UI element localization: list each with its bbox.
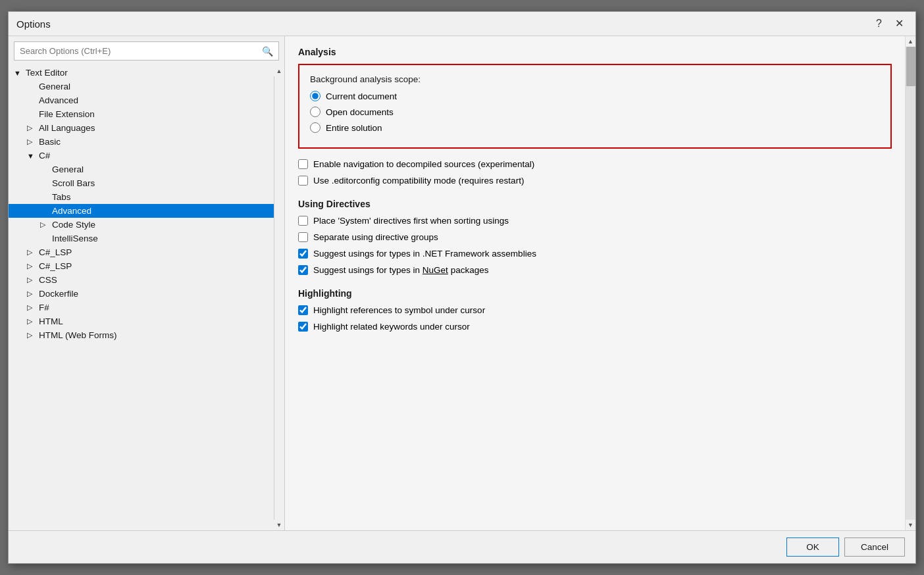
tree-label-advanced: Advanced bbox=[52, 206, 91, 216]
tree-item-tabs[interactable]: Tabs bbox=[9, 190, 274, 204]
tree-label-code-style: Code Style bbox=[52, 220, 95, 230]
tree-item-csharp-general[interactable]: General bbox=[9, 162, 274, 176]
tree-scroll-wrap: ▼Text EditorGeneralAdvancedFile Extensio… bbox=[9, 66, 284, 530]
checkbox-editorconfig[interactable]: Use .editorconfig compatibility mode (re… bbox=[298, 176, 892, 186]
tree-label-css: CSS bbox=[39, 275, 57, 285]
tree-label-advanced-te: Advanced bbox=[39, 95, 78, 105]
checkbox-suggest-net[interactable]: Suggest usings for types in .NET Framewo… bbox=[298, 249, 892, 259]
highlight-keywords-input[interactable] bbox=[298, 322, 308, 332]
search-box[interactable]: 🔍 bbox=[14, 41, 279, 61]
tree-label-all-languages: All Languages bbox=[39, 123, 95, 133]
tree-item-scroll-bars[interactable]: Scroll Bars bbox=[9, 176, 274, 190]
radio-open-docs[interactable]: Open documents bbox=[310, 107, 880, 117]
tree-label-fsharp: F# bbox=[39, 303, 49, 312]
tree-label-scroll-bars: Scroll Bars bbox=[52, 178, 95, 188]
radio-current-doc[interactable]: Current document bbox=[310, 91, 880, 101]
tree-arrow-text-editor: ▼ bbox=[14, 69, 24, 77]
separate-groups-label: Separate using directive groups bbox=[313, 232, 438, 242]
tree-item-dockerfile[interactable]: ▷Dockerfile bbox=[9, 287, 274, 301]
nav-decompiled-input[interactable] bbox=[298, 159, 308, 169]
tree-item-csharp-lsp-1[interactable]: ▷C#_LSP bbox=[9, 245, 274, 259]
checkbox-nav-decompiled[interactable]: Enable navigation to decompiled sources … bbox=[298, 159, 892, 169]
radio-current-doc-input[interactable] bbox=[310, 91, 321, 101]
tree-item-advanced[interactable]: Advanced bbox=[9, 204, 274, 218]
tree-label-basic: Basic bbox=[39, 137, 61, 147]
scroll-down-arrow[interactable]: ▼ bbox=[274, 520, 284, 530]
tree-arrow-css: ▷ bbox=[27, 276, 38, 284]
title-bar: Options ? ✕ bbox=[9, 12, 915, 36]
tree-label-file-extension: File Extension bbox=[39, 109, 95, 119]
title-bar-buttons: ? ✕ bbox=[872, 17, 908, 30]
tree-item-csharp[interactable]: ▼C# bbox=[9, 149, 274, 162]
scroll-up-arrow[interactable]: ▲ bbox=[274, 66, 284, 76]
tree-item-css[interactable]: ▷CSS bbox=[9, 273, 274, 287]
tree-item-html-webforms[interactable]: ▷HTML (Web Forms) bbox=[9, 328, 274, 342]
analysis-scope-box: Background analysis scope: Current docum… bbox=[298, 64, 892, 149]
tree-label-csharp: C# bbox=[39, 151, 50, 161]
suggest-nuget-input[interactable] bbox=[298, 265, 308, 275]
highlight-keywords-label: Highlight related keywords under cursor bbox=[313, 322, 470, 332]
suggest-net-input[interactable] bbox=[298, 249, 308, 259]
radio-open-docs-label: Open documents bbox=[326, 107, 394, 117]
highlight-refs-label: Highlight references to symbol under cur… bbox=[313, 305, 485, 315]
scroll-track bbox=[906, 47, 915, 520]
scope-label: Background analysis scope: bbox=[310, 74, 880, 84]
search-input[interactable] bbox=[14, 42, 257, 60]
tree-item-intellisense[interactable]: IntelliSense bbox=[9, 232, 274, 245]
separate-groups-input[interactable] bbox=[298, 232, 308, 242]
help-button[interactable]: ? bbox=[872, 17, 886, 30]
tree-item-csharp-lsp-2[interactable]: ▷C#_LSP bbox=[9, 259, 274, 273]
scroll-down-arrow[interactable]: ▼ bbox=[906, 520, 916, 530]
checkbox-highlight-refs[interactable]: Highlight references to symbol under cur… bbox=[298, 305, 892, 315]
tree-item-html[interactable]: ▷HTML bbox=[9, 314, 274, 328]
radio-entire-solution-input[interactable] bbox=[310, 122, 321, 133]
using-directives-section: Using Directives Place 'System' directiv… bbox=[298, 199, 892, 275]
radio-entire-solution[interactable]: Entire solution bbox=[310, 122, 880, 133]
tree-arrow-csharp: ▼ bbox=[27, 152, 38, 160]
tree-arrow-dockerfile: ▷ bbox=[27, 289, 38, 298]
tree-label-csharp-lsp-1: C#_LSP bbox=[39, 247, 72, 257]
radio-open-docs-input[interactable] bbox=[310, 107, 321, 117]
checkbox-suggest-nuget[interactable]: Suggest usings for types in NuGet packag… bbox=[298, 265, 892, 275]
nuget-underline: NuGet bbox=[423, 265, 448, 275]
options-dialog: Options ? ✕ 🔍 ▼Text EditorGeneralAdvance… bbox=[8, 11, 916, 564]
search-icon: 🔍 bbox=[257, 46, 278, 57]
dialog-title: Options bbox=[16, 18, 51, 30]
tree-item-basic[interactable]: ▷Basic bbox=[9, 135, 274, 149]
tree-item-code-style[interactable]: ▷Code Style bbox=[9, 218, 274, 232]
tree-arrow-csharp-lsp-2: ▷ bbox=[27, 262, 38, 270]
close-button[interactable]: ✕ bbox=[891, 17, 908, 30]
analysis-section: Analysis Background analysis scope: Curr… bbox=[298, 47, 892, 186]
tree-arrow-basic: ▷ bbox=[27, 138, 38, 146]
tree-label-csharp-general: General bbox=[52, 164, 84, 174]
nav-decompiled-label: Enable navigation to decompiled sources … bbox=[313, 159, 534, 169]
editorconfig-input[interactable] bbox=[298, 176, 308, 186]
tree-item-all-languages[interactable]: ▷All Languages bbox=[9, 121, 274, 135]
tree-label-intellisense: IntelliSense bbox=[52, 234, 98, 243]
tree-label-csharp-lsp-2: C#_LSP bbox=[39, 261, 72, 271]
dialog-body: 🔍 ▼Text EditorGeneralAdvancedFile Extens… bbox=[9, 36, 915, 530]
checkbox-system-first[interactable]: Place 'System' directives first when sor… bbox=[298, 216, 892, 226]
dialog-footer: OK Cancel bbox=[9, 530, 915, 563]
tree-label-dockerfile: Dockerfile bbox=[39, 289, 78, 299]
suggest-net-label: Suggest usings for types in .NET Framewo… bbox=[313, 249, 536, 259]
using-directives-title: Using Directives bbox=[298, 199, 892, 209]
tree: ▼Text EditorGeneralAdvancedFile Extensio… bbox=[9, 66, 274, 530]
content-area: Analysis Background analysis scope: Curr… bbox=[285, 36, 905, 530]
checkbox-highlight-keywords[interactable]: Highlight related keywords under cursor bbox=[298, 322, 892, 332]
highlight-refs-input[interactable] bbox=[298, 305, 308, 315]
checkbox-separate-groups[interactable]: Separate using directive groups bbox=[298, 232, 892, 242]
cancel-button[interactable]: Cancel bbox=[844, 538, 905, 557]
tree-item-fsharp[interactable]: ▷F# bbox=[9, 301, 274, 314]
scroll-thumb[interactable] bbox=[906, 47, 915, 86]
tree-arrow-csharp-lsp-1: ▷ bbox=[27, 248, 38, 257]
tree-item-file-extension[interactable]: File Extension bbox=[9, 107, 274, 121]
ok-button[interactable]: OK bbox=[786, 538, 839, 557]
right-panel: Analysis Background analysis scope: Curr… bbox=[285, 36, 915, 530]
system-first-input[interactable] bbox=[298, 216, 308, 226]
scroll-track bbox=[274, 76, 284, 520]
tree-item-general[interactable]: General bbox=[9, 80, 274, 93]
scroll-up-arrow[interactable]: ▲ bbox=[906, 36, 916, 47]
tree-item-advanced-te[interactable]: Advanced bbox=[9, 93, 274, 107]
tree-item-text-editor[interactable]: ▼Text Editor bbox=[9, 66, 274, 80]
